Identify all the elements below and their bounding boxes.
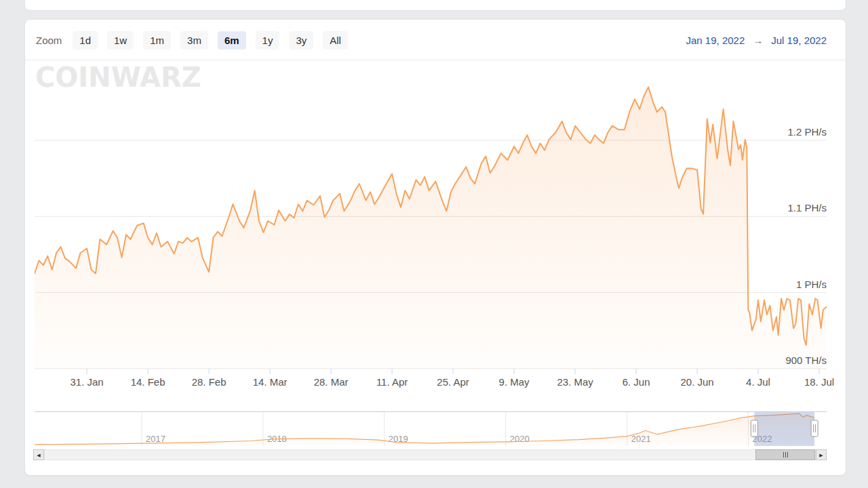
toolbar-divider (25, 60, 846, 60)
navigator-handle-right-grip[interactable] (811, 420, 818, 436)
navigator[interactable]: 201720182019202020212022 (35, 411, 827, 446)
scrollbar-left-button[interactable]: ◀ (33, 449, 44, 460)
hashrate-chart-card: Zoom 1d1w1m3m6m1y3yAll Jan 19, 2022 → Ju… (24, 19, 846, 476)
zoom-button-3y[interactable]: 3y (289, 31, 313, 49)
range-selector-toolbar: Zoom 1d1w1m3m6m1y3yAll Jan 19, 2022 → Ju… (36, 30, 827, 49)
previous-card-bottom-edge (24, 0, 846, 11)
zoom-button-6m[interactable]: 6m (218, 31, 246, 49)
x-axis-label: 25. Apr (437, 376, 469, 388)
x-axis-label: 23. May (557, 376, 593, 388)
scroll-left-icon: ◀ (37, 453, 40, 458)
navigator-handle-right[interactable] (811, 420, 818, 436)
navigator-handle-left-grip[interactable] (751, 420, 757, 436)
x-axis-label: 9. May (499, 376, 530, 388)
navigator-selected-range[interactable] (754, 412, 814, 446)
zoom-button-1d[interactable]: 1d (73, 31, 98, 49)
zoom-button-1w[interactable]: 1w (107, 31, 134, 49)
scrollbar: ◀ ▶ (25, 449, 846, 460)
x-axis-label: 31. Jan (70, 376, 103, 388)
scrollbar-right-button[interactable]: ▶ (816, 449, 827, 460)
x-axis-label: 28. Feb (192, 376, 226, 388)
x-axis-label: 4. Jul (746, 376, 770, 388)
x-axis-label: 18. Jul (804, 376, 834, 388)
x-axis-label: 28. Mar (314, 376, 349, 388)
navigator-year-label: 2017 (146, 434, 165, 444)
scrollbar-thumb[interactable] (755, 449, 815, 460)
zoom-button-1m[interactable]: 1m (143, 31, 171, 49)
x-axis-label: 14. Mar (253, 376, 288, 388)
zoom-button-3m[interactable]: 3m (180, 31, 208, 49)
range-from-input[interactable]: Jan 19, 2022 (686, 35, 745, 46)
x-axis-label: 14. Feb (131, 376, 165, 388)
range-to-input[interactable]: Jul 19, 2022 (771, 35, 827, 46)
x-axis-label: 20. Jun (680, 376, 713, 388)
x-axis-label: 11. Apr (376, 376, 408, 388)
date-range-display: Jan 19, 2022 → Jul 19, 2022 (686, 35, 827, 46)
zoom-label: Zoom (36, 35, 62, 46)
navigator-handle-left[interactable] (751, 420, 757, 436)
zoom-button-1y[interactable]: 1y (256, 31, 280, 49)
scroll-right-icon: ▶ (819, 453, 823, 458)
main-plot-area[interactable] (35, 64, 827, 369)
main-chart[interactable]: 1.2 PH/s1.1 PH/s1 PH/s900 TH/s31. Jan14.… (35, 64, 848, 390)
scrollbar-track[interactable] (44, 449, 816, 460)
range-arrow-icon: → (753, 35, 763, 46)
zoom-button-all[interactable]: All (323, 31, 348, 49)
zoom-buttons: 1d1w1m3m6m1y3yAll (73, 31, 348, 49)
x-axis-label: 6. Jun (623, 376, 650, 388)
